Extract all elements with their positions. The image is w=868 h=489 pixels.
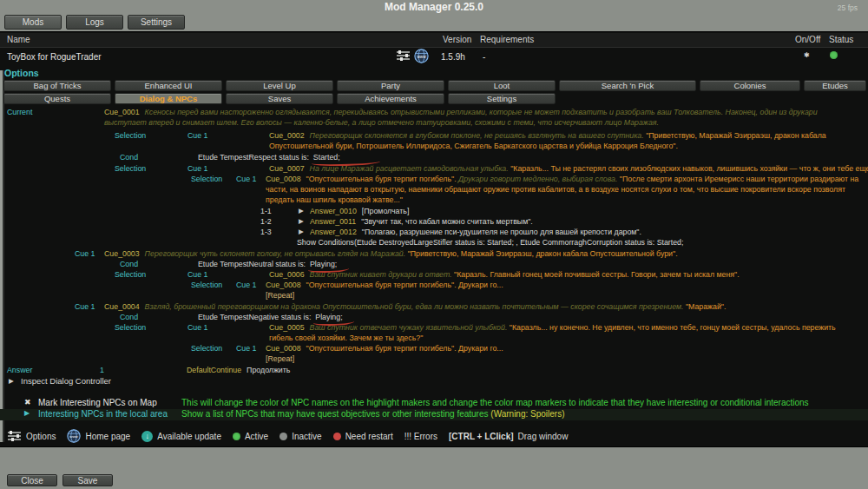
tab-party[interactable]: Party bbox=[337, 80, 444, 91]
tree-row-cue-0001[interactable]: Current Cue_0001Ксеносы перед вами насто… bbox=[104, 107, 861, 128]
cond-label: Cond bbox=[120, 152, 138, 162]
tab-level-up[interactable]: Level Up bbox=[226, 80, 333, 91]
tree-row-cue-0004[interactable]: Cue 1 Cue_0004Взгляд, брошенный перегово… bbox=[104, 301, 861, 312]
tree-row-cue-0005[interactable]: Selection Cue 1 Cue_0005Ваш спутник отве… bbox=[269, 322, 861, 343]
scrollbar-thumb[interactable] bbox=[0, 70, 3, 442]
cue-narration: На лице Маражай расцветает самодовольная… bbox=[310, 164, 509, 173]
cue1-label: Cue 1 bbox=[187, 163, 207, 174]
option-mark-interesting-npcs[interactable]: ✖ Mark Interesting NPCs on Map This will… bbox=[0, 398, 868, 409]
cue1-label: Cue 1 bbox=[236, 174, 256, 184]
tree-row-cue-0007[interactable]: Selection Cue 1 Cue_0007На лице Маражай … bbox=[269, 163, 861, 174]
toolbar-home-page[interactable]: www Home page bbox=[67, 429, 130, 443]
option-interesting-npcs-local[interactable]: ▶ Interesting NPCs in the local area Sho… bbox=[0, 409, 868, 420]
repeat-marker: [Repeat] bbox=[266, 291, 294, 300]
cond-value-annotated: Playing; bbox=[310, 259, 337, 269]
restart-status-dot bbox=[333, 433, 341, 440]
selection-label: Selection bbox=[115, 130, 146, 141]
tab-settings-sub[interactable]: Settings bbox=[448, 93, 556, 104]
tab-loot[interactable]: Loot bbox=[448, 80, 556, 91]
tab-logs[interactable]: Logs bbox=[66, 15, 123, 30]
cue-id: Cue_0001 bbox=[104, 108, 140, 116]
left-scrollbar[interactable] bbox=[0, 70, 4, 442]
tree-row-repeat: [Repeat] bbox=[266, 354, 861, 364]
show-conditions-text: Show Conditions(Etude DestroyedLargeStif… bbox=[297, 238, 683, 247]
mod-row-toybox[interactable]: ToyBox for RogueTrader www 1.5.9h - ✱ bbox=[0, 47, 868, 68]
tree-row-cue-0008[interactable]: Selection Cue 1 Cue_0008"Опустошительная… bbox=[266, 174, 861, 206]
mod-version: 1.5.9h bbox=[441, 52, 465, 62]
tree-row-answer-0012[interactable]: 1-3 ▶ Answer_0012"Полагаю, разрушение пс… bbox=[310, 227, 861, 237]
selection-label: Selection bbox=[115, 163, 146, 174]
tab-dialog-npcs[interactable]: Dialog & NPCs bbox=[115, 93, 222, 104]
cue-id: Cue_0004 bbox=[104, 302, 140, 311]
repeat-marker: [Repeat] bbox=[266, 354, 294, 363]
cue-quote: "Приветствую, Маражай Эзирраэш, дракон к… bbox=[408, 249, 678, 258]
legend-update-label: Available update bbox=[157, 432, 221, 441]
cue-id: Cue_0003 bbox=[104, 249, 140, 258]
tree-row-cue-0008-collapsed[interactable]: Selection Cue 1 Cue_0008"Опустошительная… bbox=[266, 280, 861, 290]
tree-row-show-conditions: Show Conditions(Etude DestroyedLargeStif… bbox=[297, 237, 861, 248]
tab-settings[interactable]: Settings bbox=[128, 15, 185, 30]
cond-text: Etude TempestRespect status is: bbox=[198, 153, 309, 162]
main-tab-bar: Mods Logs Settings bbox=[4, 15, 185, 30]
toolbar-options-label: Options bbox=[26, 432, 56, 441]
selection-label: Selection bbox=[191, 174, 222, 184]
mod-homepage-globe-icon[interactable]: www bbox=[414, 49, 429, 65]
selection-label: Selection bbox=[191, 280, 222, 290]
answer-id: Answer_0010 bbox=[310, 207, 357, 215]
selection-label: Selection bbox=[191, 343, 222, 354]
checkbox-x-icon[interactable]: ✖ bbox=[24, 398, 31, 406]
tab-mods[interactable]: Mods bbox=[4, 15, 62, 30]
cue-id: Cue_0008 bbox=[266, 344, 301, 353]
mod-onoff-star-icon[interactable]: ✱ bbox=[804, 51, 810, 59]
tab-quests[interactable]: Quests bbox=[3, 93, 111, 104]
tree-row-answer-default[interactable]: Answer 1 DefaultContinueПродолжить bbox=[187, 365, 861, 375]
tab-saves[interactable]: Saves bbox=[226, 93, 333, 104]
cue-narration: Переговорщик чуть склоняет голову, не от… bbox=[145, 249, 406, 258]
answer-number: 1-1 bbox=[260, 206, 272, 216]
cue-quote: "Опустошительная буря терпит погибель". bbox=[306, 175, 457, 183]
toolbar-options[interactable]: Options bbox=[7, 430, 56, 442]
legend-available-update: ↓ Available update bbox=[141, 431, 221, 442]
inspect-dialog-controller[interactable]: ▶ Inspect Dialog Controller bbox=[21, 376, 861, 387]
expand-arrow-icon[interactable]: ▶ bbox=[299, 216, 304, 227]
col-onoff: On/Off bbox=[795, 35, 820, 44]
cue-quote: "Опустошительная буря терпит погибель". … bbox=[306, 281, 503, 289]
expand-arrow-icon[interactable]: ▶ bbox=[24, 409, 30, 417]
cue-narration: Ваш спутник кивает друкари в ответ. bbox=[310, 270, 452, 279]
expand-arrow-icon[interactable]: ▶ bbox=[299, 206, 304, 216]
tree-row-cue-0008-collapsed[interactable]: Selection Cue 1 Cue_0008"Опустошительная… bbox=[266, 343, 861, 354]
save-button[interactable]: Save bbox=[62, 474, 113, 486]
cue-id: Cue_0008 bbox=[266, 281, 301, 289]
cue-quote: "Маражай". bbox=[686, 302, 726, 311]
svg-text:www: www bbox=[70, 434, 79, 439]
tab-colonies[interactable]: Colonies bbox=[700, 80, 800, 91]
tree-row-cue-0003[interactable]: Cue 1 Cue_0003Переговорщик чуть склоняет… bbox=[104, 248, 861, 259]
expand-arrow-icon[interactable]: ▶ bbox=[9, 376, 14, 387]
sliders-icon bbox=[7, 430, 22, 442]
cue-id: Cue_0002 bbox=[269, 131, 305, 140]
tab-bag-of-tricks[interactable]: Bag of Tricks bbox=[3, 80, 111, 91]
close-button[interactable]: Close bbox=[7, 474, 57, 486]
tab-etudes[interactable]: Etudes bbox=[804, 80, 866, 91]
cue-id: Cue_0008 bbox=[266, 175, 301, 183]
cue-quote: "Каразль. Главный гонец моей почившей се… bbox=[454, 270, 740, 279]
mod-settings-sliders-icon[interactable] bbox=[396, 50, 411, 63]
cue-id: Cue_0007 bbox=[269, 164, 305, 173]
fps-counter: 25 fps bbox=[838, 3, 858, 12]
answer-id: DefaultContinue bbox=[187, 366, 241, 374]
toolbar-home-label: Home page bbox=[85, 432, 130, 441]
selection-label: Selection bbox=[115, 269, 146, 280]
legend-errors-label: !!! Errors bbox=[404, 432, 437, 441]
tree-row-answer-0010[interactable]: 1-1 ▶ Answer_0010[Промолчать] bbox=[310, 206, 861, 216]
tree-row-cue-0002[interactable]: Selection Cue 1 Cue_0002Переговорщик скл… bbox=[269, 130, 861, 151]
legend-active-label: Active bbox=[245, 432, 268, 441]
mod-name: ToyBox for RogueTrader bbox=[7, 52, 102, 62]
answer-index: 1 bbox=[100, 365, 104, 375]
tab-achievements[interactable]: Achievements bbox=[337, 93, 444, 104]
tab-enhanced-ui[interactable]: Enhanced UI bbox=[115, 80, 222, 91]
expand-arrow-icon[interactable]: ▶ bbox=[299, 227, 304, 237]
cue1-label: Cue 1 bbox=[236, 343, 256, 354]
tab-search-n-pick[interactable]: Search 'n Pick bbox=[559, 80, 696, 91]
tree-row-answer-0011[interactable]: 1-2 ▶ Answer_0011"Звучит так, что кабал … bbox=[310, 216, 861, 227]
tree-row-cue-0006[interactable]: Selection Cue 1 Cue_0006Ваш спутник кива… bbox=[269, 269, 861, 280]
